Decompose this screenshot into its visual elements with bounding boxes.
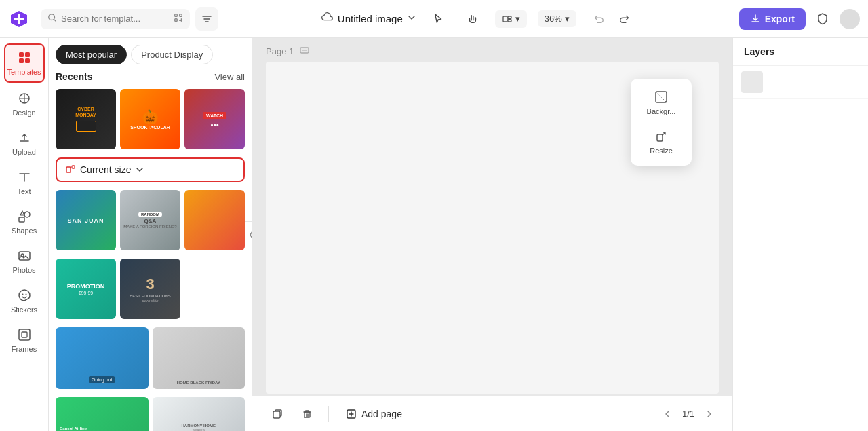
sidebar-item-frames-label: Frames bbox=[12, 345, 37, 353]
bottom-toolbar: Add page 1/1 bbox=[252, 396, 732, 431]
sidebar-item-upload[interactable]: Upload bbox=[4, 125, 45, 162]
layer-item[interactable] bbox=[733, 66, 868, 99]
svg-rect-24 bbox=[657, 134, 663, 141]
layer-thumbnail bbox=[741, 71, 763, 93]
hand-tool-button[interactable] bbox=[461, 7, 484, 31]
template-card-home[interactable]: HOME BLACK FRIDAY bbox=[153, 327, 245, 389]
layers-panel-title: Layers bbox=[733, 38, 868, 66]
sidebar-item-text-label: Text bbox=[17, 187, 31, 195]
template-card-harmony[interactable]: HARMONY HOME SERIES bbox=[153, 397, 245, 431]
export-label: Export bbox=[765, 14, 795, 24]
sidebar-item-shapes-label: Shapes bbox=[12, 227, 37, 235]
search-bar bbox=[41, 9, 190, 29]
page-text: Page 1 bbox=[266, 46, 294, 56]
sidebar-item-design[interactable]: Design bbox=[4, 86, 45, 122]
icon-sidebar: Templates Design Upload Text Shapes Phot… bbox=[0, 38, 49, 431]
page-options-icon[interactable] bbox=[299, 45, 310, 58]
svg-point-17 bbox=[25, 294, 26, 295]
zoom-level: 36% bbox=[545, 14, 562, 24]
current-size-label: Current size bbox=[80, 164, 131, 175]
sidebar-item-photos-label: Photos bbox=[12, 266, 35, 274]
context-menu-resize[interactable]: Resize bbox=[636, 124, 686, 160]
scan-icon bbox=[174, 13, 183, 25]
context-menu-background-label: Backgr... bbox=[647, 107, 676, 115]
sidebar-item-templates-label: Templates bbox=[7, 68, 41, 76]
sidebar-item-photos[interactable]: Photos bbox=[4, 243, 45, 280]
title-chevron-icon[interactable] bbox=[407, 13, 416, 24]
panel-collapse-button[interactable] bbox=[245, 221, 252, 248]
export-button[interactable]: Export bbox=[739, 8, 806, 30]
add-page-label: Add page bbox=[361, 409, 402, 419]
template-card-qa[interactable]: RANDOM Q&A MAKE A FOREIGN FRIEND? bbox=[120, 190, 180, 250]
filter-button[interactable] bbox=[195, 7, 218, 31]
sidebar-item-text[interactable]: Text bbox=[4, 164, 45, 201]
svg-point-16 bbox=[22, 294, 23, 295]
context-menu-background[interactable]: Backgr... bbox=[636, 84, 686, 121]
tab-most-popular[interactable]: Most popular bbox=[56, 45, 127, 64]
undo-button[interactable] bbox=[587, 7, 610, 31]
svg-rect-25 bbox=[273, 411, 280, 418]
recents-grid: CYBER MONDAY 🎃 SPOOKTACULAR WATCH ●●● bbox=[56, 89, 245, 149]
next-page-button[interactable] bbox=[700, 405, 719, 424]
prev-page-button[interactable] bbox=[658, 405, 677, 424]
add-page-button[interactable]: Add page bbox=[338, 404, 409, 424]
svg-rect-4 bbox=[503, 16, 507, 22]
templates-grid-2: PROMOTION $99.99 3 BEST FOUNDATIONS dark… bbox=[56, 259, 245, 319]
template-card-cyber[interactable]: CYBER MONDAY bbox=[56, 89, 116, 149]
templates-grid-3: Going out HOME BLACK FRIDAY bbox=[56, 327, 245, 389]
template-card-airline[interactable]: Capsol Airline bbox=[56, 397, 149, 431]
header-center: Untitled image ▾ 36% ▾ bbox=[224, 7, 734, 31]
template-card-promo[interactable]: PROMOTION $99.99 bbox=[56, 259, 116, 319]
template-card-watch[interactable]: WATCH ●●● bbox=[184, 89, 245, 149]
view-chevron: ▾ bbox=[515, 14, 520, 24]
user-avatar-button[interactable] bbox=[840, 9, 860, 29]
sidebar-item-frames[interactable]: Frames bbox=[4, 322, 45, 358]
shield-button[interactable] bbox=[811, 7, 834, 31]
template-card-portrait[interactable] bbox=[184, 190, 245, 250]
svg-rect-26 bbox=[304, 412, 310, 417]
templates-grid-4: Capsol Airline HARMONY HOME SERIES bbox=[56, 397, 245, 431]
page-indicator: 1/1 bbox=[682, 409, 694, 419]
search-icon bbox=[47, 13, 57, 25]
svg-rect-7 bbox=[19, 52, 24, 57]
sidebar-item-shapes[interactable]: Shapes bbox=[4, 204, 45, 240]
zoom-button[interactable]: 36% ▾ bbox=[538, 10, 576, 27]
main-content: Templates Design Upload Text Shapes Phot… bbox=[0, 38, 868, 431]
sidebar-item-upload-label: Upload bbox=[12, 148, 36, 156]
document-title: Untitled image bbox=[338, 13, 403, 24]
svg-rect-23 bbox=[656, 92, 667, 102]
pointer-tool-button[interactable] bbox=[427, 7, 450, 31]
view-all-link[interactable]: View all bbox=[214, 72, 245, 82]
zoom-chevron: ▾ bbox=[565, 14, 570, 24]
svg-rect-9 bbox=[19, 58, 24, 63]
template-card-sanjuan[interactable]: SAN JUAN bbox=[56, 190, 116, 250]
cloud-icon bbox=[321, 12, 334, 26]
canvas-area: Page 1 Backgr... Resize bbox=[252, 38, 732, 431]
template-card-blue[interactable]: Going out bbox=[56, 327, 149, 389]
svg-rect-1 bbox=[175, 14, 178, 16]
svg-rect-20 bbox=[66, 167, 71, 172]
template-card-halloween[interactable]: 🎃 SPOOKTACULAR bbox=[120, 89, 180, 149]
svg-rect-18 bbox=[19, 329, 30, 340]
svg-rect-12 bbox=[19, 217, 24, 222]
templates-panel: Most popular Product Display Recents Vie… bbox=[49, 38, 252, 431]
sidebar-item-design-label: Design bbox=[12, 109, 35, 117]
redo-button[interactable] bbox=[613, 7, 636, 31]
sidebar-item-templates[interactable]: Templates bbox=[4, 43, 45, 83]
sidebar-item-stickers[interactable]: Stickers bbox=[4, 282, 45, 319]
sidebar-item-stickers-label: Stickers bbox=[11, 305, 37, 314]
delete-page-button[interactable] bbox=[296, 402, 319, 426]
app-logo bbox=[8, 8, 30, 30]
template-card-foundation[interactable]: 3 BEST FOUNDATIONS dark skin bbox=[120, 259, 180, 319]
duplicate-page-button[interactable] bbox=[266, 402, 289, 426]
svg-rect-19 bbox=[22, 332, 27, 337]
panel-body: Recents View all CYBER MONDAY 🎃 SPOOKTAC… bbox=[49, 64, 252, 431]
svg-rect-3 bbox=[175, 18, 178, 21]
templates-grid-1: SAN JUAN RANDOM Q&A MAKE A FOREIGN FRIEN… bbox=[56, 190, 245, 250]
search-input[interactable] bbox=[61, 14, 170, 24]
svg-rect-8 bbox=[25, 52, 30, 57]
current-size-button[interactable]: Current size bbox=[56, 157, 245, 182]
view-button[interactable]: ▾ bbox=[495, 10, 527, 28]
tab-product-display[interactable]: Product Display bbox=[131, 45, 213, 64]
svg-rect-5 bbox=[508, 16, 511, 19]
